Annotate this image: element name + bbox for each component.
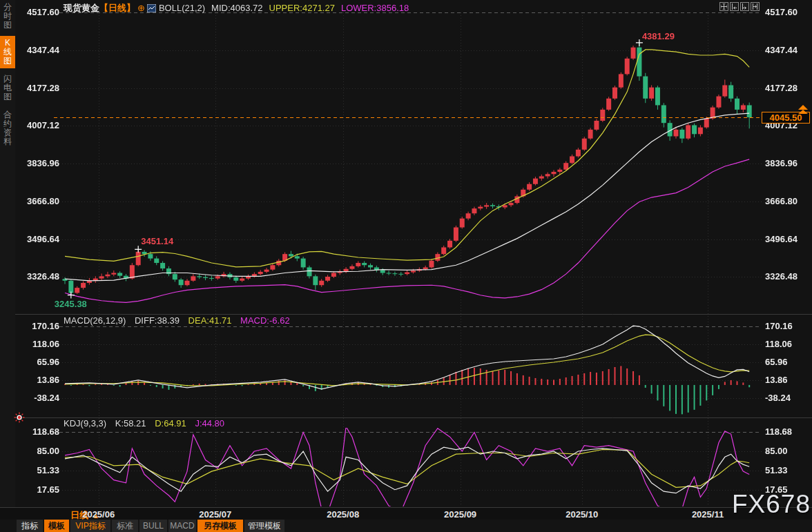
axis-label: 4347.44 — [765, 46, 811, 55]
axis-label: 3326.48 — [765, 272, 811, 282]
scroll-right-icon[interactable] — [751, 2, 760, 11]
axis-label: -38.24 — [765, 393, 811, 403]
axis-label: 3326.48 — [17, 272, 59, 282]
axis-label: 170.16 — [765, 322, 811, 331]
chart-canvas[interactable] — [0, 0, 812, 507]
kdj-indicator-label: KDJ(9,3,3) — [64, 418, 106, 428]
price-up-arrow-icon — [798, 110, 808, 114]
axis-label: 4517.60 — [17, 8, 59, 17]
axis-label: 4177.28 — [765, 83, 811, 93]
axis-label: 118.68 — [765, 427, 811, 437]
chart-thumbnail-icon[interactable] — [147, 4, 156, 12]
toolbar-button-模板[interactable]: 模板 — [44, 520, 69, 532]
trading-app-window: 分时图K线图闪电图合约资料 现货黄金【日线】⊕BOLL(21,2)MID:406… — [0, 0, 812, 532]
sidebar-tab-2[interactable]: 闪电图 — [0, 72, 15, 104]
sidebar-tab-1[interactable]: K线图 — [0, 36, 15, 68]
price-annotation: 3451.14 — [141, 236, 173, 246]
time-axis: 日线▲ 2025/062025/072025/082025/092025/102… — [0, 507, 812, 520]
date-label: 2025/10 — [566, 509, 598, 520]
boll-indicator-label: BOLL(21,2) — [159, 3, 205, 13]
axis-label: 17.65 — [17, 485, 59, 495]
axis-label: 4007.12 — [17, 121, 59, 130]
top-right-toolbar — [719, 2, 760, 11]
toolbar-button-标准[interactable]: 标准 — [112, 520, 138, 532]
axis-label: 65.96 — [17, 357, 59, 367]
price-up-arrow-icon — [798, 105, 808, 110]
axis-label: 170.16 — [17, 322, 59, 331]
pan-tool-icon[interactable] — [719, 2, 728, 11]
date-label: 2025/06 — [82, 509, 115, 520]
expand-xaxis-icon[interactable] — [740, 2, 749, 11]
axis-label: 13.86 — [17, 375, 59, 385]
axis-label: 3836.96 — [765, 159, 811, 168]
axis-label: 3496.64 — [17, 235, 59, 244]
toolbar-button-管理模板[interactable]: 管理模板 — [244, 520, 284, 532]
price-annotation: 3245.38 — [55, 299, 87, 309]
boll-mid-value: MID:4063.72 — [211, 3, 262, 13]
axis-label: 118.06 — [765, 339, 811, 349]
toolbar-button-另存模板[interactable]: 另存模板 — [197, 520, 243, 532]
boll-lower-value: LOWER:3856.18 — [341, 3, 409, 13]
date-label: 2025/07 — [199, 509, 231, 520]
sidebar-tab-0[interactable]: 分时图 — [0, 0, 15, 32]
axis-label: -38.24 — [17, 393, 59, 403]
kdj-d-value: D:64.91 — [155, 418, 186, 428]
fx678-watermark: FX678 — [732, 490, 811, 519]
bottom-toolbar: 指标模板VIP指标标准BULLMACD另存模板管理模板 — [0, 520, 812, 532]
axis-label: 13.86 — [765, 375, 811, 385]
price-annotation: 4381.29 — [642, 31, 675, 41]
chart-header: 现货黄金【日线】⊕BOLL(21,2)MID:4063.72UPPER:4271… — [64, 2, 409, 12]
date-label: 2025/11 — [692, 509, 724, 520]
last-price-value: 4045.50 — [770, 112, 802, 123]
symbol-title: 现货黄金 — [64, 3, 99, 13]
axis-label: 4517.60 — [765, 8, 811, 17]
axis-label: 65.96 — [765, 357, 811, 367]
circle-plus-icon[interactable]: ⊕ — [137, 3, 145, 13]
toolbar-button-VIP指标[interactable]: VIP指标 — [70, 520, 110, 532]
toolbar-button-BULL[interactable]: BULL — [139, 520, 167, 532]
axis-label: 3836.96 — [17, 159, 59, 168]
sidebar-tab-3[interactable]: 合约资料 — [0, 108, 15, 149]
macd-macd-value: MACD:-6.62 — [240, 315, 290, 326]
axis-label: 4177.28 — [17, 83, 59, 93]
period-tag: 【日线】 — [99, 3, 135, 13]
live-alert-icon[interactable] — [14, 412, 25, 426]
axis-label: 51.33 — [765, 466, 811, 475]
axis-label: 118.68 — [17, 427, 59, 437]
axis-label: 118.06 — [17, 339, 59, 349]
sidebar: 分时图K线图闪电图合约资料 — [0, 0, 15, 507]
axis-label: 4347.44 — [17, 46, 59, 55]
macd-header: MACD(26,12,9) DIFF:38.39 DEA:41.71 MACD:… — [64, 315, 290, 326]
toolbar-button-MACD[interactable]: MACD — [168, 520, 196, 532]
date-label: 2025/09 — [444, 509, 476, 520]
macd-indicator-label: MACD(26,12,9) — [64, 315, 126, 326]
kdj-k-value: K:58.21 — [115, 418, 146, 428]
axis-label: 51.33 — [17, 466, 59, 475]
axis-label: 3666.80 — [765, 197, 811, 206]
axis-label: 85.00 — [765, 446, 811, 456]
axis-label: 3666.80 — [17, 197, 59, 206]
kdj-header: KDJ(9,3,3) K:58.21 D:64.91 J:44.80 — [64, 418, 224, 428]
axis-label: 85.00 — [17, 446, 59, 456]
boll-upper-value: UPPER:4271.27 — [269, 3, 335, 13]
macd-dea-value: DEA:41.71 — [188, 315, 232, 326]
macd-diff-value: DIFF:38.39 — [135, 315, 180, 326]
date-label: 2025/08 — [327, 509, 359, 520]
toolbar-button-指标[interactable]: 指标 — [17, 520, 43, 532]
kdj-j-value: J:44.80 — [195, 418, 224, 428]
compress-xaxis-icon[interactable] — [730, 2, 739, 11]
axis-label: 3496.64 — [765, 235, 811, 244]
